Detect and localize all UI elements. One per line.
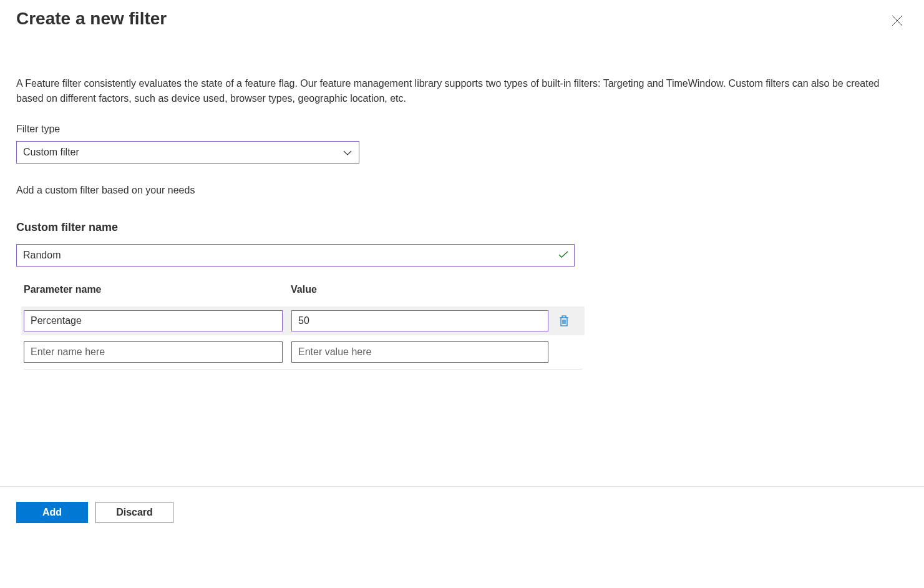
parameter-name-input[interactable] [24,310,283,331]
close-button[interactable] [889,12,905,31]
delete-parameter-button[interactable] [557,313,571,328]
footer-bar: Add Discard [0,486,924,538]
parameter-row-active [21,306,585,335]
page-title: Create a new filter [16,9,167,29]
parameter-value-input[interactable] [291,310,548,331]
parameter-value-header: Value [291,284,550,295]
description-text: A Feature filter consistently evaluates … [16,76,908,106]
discard-button[interactable]: Discard [95,502,173,523]
parameter-value-input-empty[interactable] [291,341,548,363]
filter-type-label: Filter type [16,124,908,135]
custom-filter-name-label: Custom filter name [16,221,908,234]
parameter-name-input-empty[interactable] [24,341,283,363]
filter-type-select[interactable]: Custom filter [16,141,359,164]
table-divider [24,369,582,370]
parameter-row-empty [24,338,582,366]
close-icon [892,15,903,26]
trash-icon [558,315,570,327]
add-button[interactable]: Add [16,502,88,523]
filter-type-selected-value: Custom filter [23,147,79,158]
filter-type-helper: Add a custom filter based on your needs [16,185,908,196]
checkmark-icon [558,250,568,260]
custom-filter-name-input[interactable] [16,244,575,267]
parameter-name-header: Parameter name [24,284,291,295]
